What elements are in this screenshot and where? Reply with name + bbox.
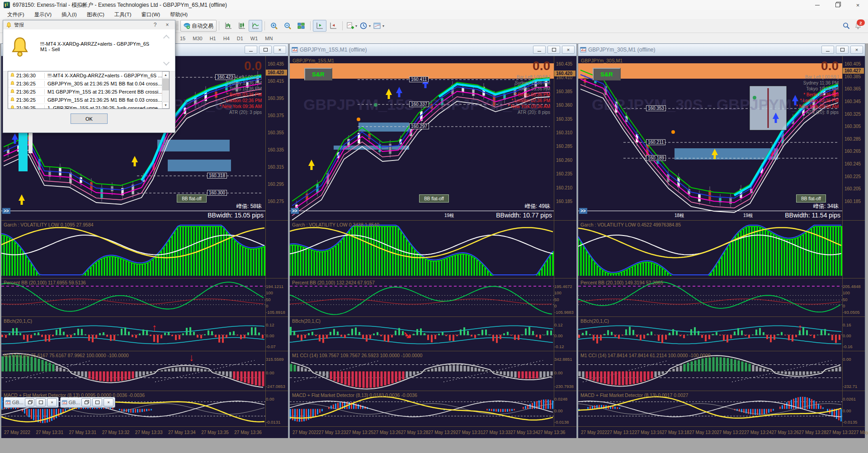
autotrading-button[interactable]: 自动交易 <box>180 20 217 32</box>
notifications-button[interactable]: 2 <box>854 22 862 29</box>
alert-row[interactable]: 21:36:30 !!!-MT4 X-XARDg-ARRZZ+alerts - … <box>8 71 169 80</box>
session-info: Bar Left [ 00:59 ]Sydney 11:36 PMTokyo 1… <box>508 74 550 115</box>
axis-value: -230.7938 <box>554 384 575 389</box>
axis-value: 194.1211 <box>266 284 287 289</box>
alert-list-scrollbar[interactable]: ▲ ▼ <box>162 71 169 109</box>
add-indicator-button[interactable]: ▾ <box>345 20 359 32</box>
sr-button[interactable]: S&R <box>593 68 621 80</box>
menu-item[interactable]: 工具(T) <box>110 10 136 19</box>
minimize-button[interactable] <box>807 0 827 10</box>
menu-item[interactable]: 显示(V) <box>30 10 56 19</box>
scrollbar-up-arrow[interactable]: ▲ <box>162 71 169 78</box>
tile-windows-button[interactable] <box>294 20 308 32</box>
time-axis-label: 27 May 13:28 <box>799 430 826 435</box>
chart-titlebar[interactable]: GBPJPYm_30S,M1 (offline) × <box>578 44 865 56</box>
chart-close-button[interactable]: × <box>274 46 286 54</box>
price-scale[interactable]: 160.435160.410160.385160.360160.335160.3… <box>554 56 576 210</box>
minimized-chart-1[interactable]: GB... × <box>4 397 59 408</box>
chart-close-button[interactable]: × <box>850 46 863 54</box>
mini-maximize-button[interactable] <box>92 398 102 406</box>
mini-restore-button[interactable] <box>81 398 91 406</box>
scrollbar-down-arrow[interactable]: ▼ <box>162 102 169 109</box>
alert-dialog-titlebar[interactable]: 警报 ? × <box>3 20 175 29</box>
axis-value: 0.00 <box>843 408 863 413</box>
mini-close-button[interactable]: × <box>104 398 113 406</box>
menu-item[interactable]: 插入(I) <box>57 10 81 19</box>
timeframe-button[interactable]: H4 <box>220 34 233 42</box>
alert-row[interactable]: 21:36:25 M1 GBPJPYm_15S at 21:36:25 Perc… <box>8 88 169 96</box>
alert-time: 21:36:25 <box>16 97 44 103</box>
chart-maximize-button[interactable] <box>836 46 849 54</box>
menu-item[interactable]: 窗口(W) <box>137 10 165 19</box>
macd-pane: MACD + Flat Market Detector (8,13) 0.018… <box>290 391 576 427</box>
expand-button[interactable]: >> <box>291 208 299 214</box>
dialog-help-button[interactable]: ? <box>150 22 160 28</box>
menu-item[interactable]: 图表(C) <box>82 10 109 19</box>
periods-button[interactable]: ▾ <box>359 20 372 32</box>
menu-item[interactable]: 帮助(H) <box>165 10 192 19</box>
dialog-close-button[interactable]: × <box>162 22 172 28</box>
spread-label: 嶒偒: 34昧 <box>813 203 839 210</box>
alert-row[interactable]: 21:36:25 GBPJPYm_15S at 21:36:25 M1 BB f… <box>8 96 169 104</box>
chart-titlebar[interactable]: GBPJPYm_15S,M1 (offline) × <box>290 44 576 56</box>
price-scale[interactable]: 160.435160.415160.395160.375160.355160.3… <box>265 56 288 210</box>
template-icon <box>373 22 381 30</box>
mini-close-button[interactable]: × <box>47 398 57 406</box>
alert-row[interactable]: 21:36:25 1. GBPJPYm_15S at 21:36:25 Juri… <box>8 104 169 109</box>
indicator-title: Garch : VOLATILITY LOW 0.4522 49976384.8… <box>580 222 681 227</box>
expand-button[interactable]: >> <box>579 208 587 214</box>
timeframe-button[interactable]: D1 <box>233 34 247 42</box>
timeframe-button[interactable]: W1 <box>247 34 262 42</box>
zoom-in-button[interactable] <box>267 20 281 32</box>
timeframe-button[interactable]: 15 <box>176 34 189 42</box>
chart-maximize-button[interactable] <box>259 46 272 54</box>
mini-maximize-button[interactable] <box>36 398 46 406</box>
alert-row[interactable]: 21:36:25 GBPJPYm_30S at 21:36:25 M1 BB f… <box>8 80 169 88</box>
chart-maximize-button[interactable] <box>547 46 560 54</box>
zoom-out-button[interactable] <box>281 20 294 32</box>
time-axis-label: 27 May 13:34 <box>510 430 538 435</box>
timeframe-button[interactable]: MN <box>261 34 276 42</box>
time-axis-label: 27 May 13:33 <box>135 430 163 435</box>
ok-button[interactable]: OK <box>71 113 108 124</box>
chart-close-button[interactable]: × <box>562 46 575 54</box>
price-scale-label: 160.345 <box>842 99 865 104</box>
sr-button[interactable]: S&R <box>304 68 332 80</box>
price-scale-label: 160.325 <box>842 112 865 117</box>
candlestick-button[interactable] <box>235 20 249 32</box>
menu-bar: 文件(F)显示(V)插入(I)图表(C)工具(T)窗口(W)帮助(H) <box>0 10 868 19</box>
minimized-chart-2[interactable]: GB... × <box>60 397 115 408</box>
bb-flat-off-badge: BB flat-off <box>177 194 207 203</box>
alert-text: !!!-MT4 X-XARDg-ARRZZ+alerts - GBPJPYm_6… <box>44 73 169 78</box>
auto-scroll-button[interactable] <box>313 20 326 32</box>
axis-value: 205.4848 <box>843 284 863 289</box>
scroll-down-icon[interactable] <box>163 59 170 66</box>
templates-button[interactable]: ▾ <box>372 20 386 32</box>
indicator-title: MACD + Flat Market Detector (8,13) 0.001… <box>580 392 688 398</box>
session-row: * New York 09:36 AM <box>219 104 262 109</box>
price-scale[interactable]: 160.405160.385160.365160.345160.325160.3… <box>842 56 865 210</box>
mini-restore-button[interactable] <box>25 398 35 406</box>
axis-value: -247.0853 <box>266 384 287 389</box>
bar-chart-button[interactable] <box>222 20 235 32</box>
scroll-up-icon[interactable] <box>163 35 170 41</box>
toolbar-grip[interactable] <box>176 21 179 30</box>
search-icon[interactable] <box>843 22 850 29</box>
line-chart-button[interactable] <box>249 20 262 32</box>
price-scale-label: 160.285 <box>842 137 865 142</box>
restore-button[interactable] <box>827 0 848 10</box>
alert-time: 21:36:25 <box>16 105 44 109</box>
timeframe-button[interactable]: H1 <box>206 34 220 42</box>
menu-item[interactable]: 文件(F) <box>3 10 29 19</box>
indicator-title: M1 CCI (14) 109.7567 109.7567 26.5923 10… <box>292 353 422 358</box>
price-scale-label: 160.275 <box>265 199 288 204</box>
chart-minimize-button[interactable] <box>821 46 834 54</box>
chart-shift-button[interactable] <box>326 20 340 32</box>
expand-button[interactable]: >> <box>2 208 10 214</box>
scrollbar-thumb[interactable] <box>162 79 169 90</box>
timeframe-button[interactable]: M30 <box>189 34 206 42</box>
chart-minimize-button[interactable] <box>245 46 257 54</box>
chart-minimize-button[interactable] <box>533 46 546 54</box>
close-button[interactable]: × <box>848 0 868 10</box>
price-scale-label: 160.360 <box>554 103 576 108</box>
